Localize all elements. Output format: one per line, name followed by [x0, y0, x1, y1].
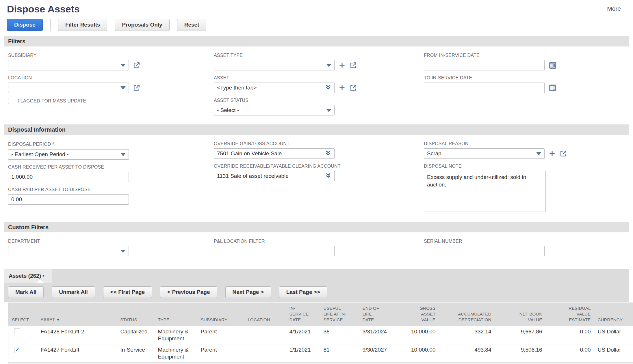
serial-number-input[interactable] [424, 246, 545, 256]
double-chevron-down-icon[interactable] [325, 84, 331, 92]
header-asset[interactable]: ASSET▼ [37, 303, 117, 326]
override-gain-loss-field: OVERRIDE GAIN/LOSS ACCOUNT 7501 Gain on … [214, 141, 424, 159]
cell-gross-asset-value: 10,000.00 [393, 344, 439, 363]
unmark-all-button[interactable]: Unmark All [52, 286, 95, 298]
main-toolbar: Dispose Filter Results Proposals Only Re… [7, 19, 629, 31]
header-net-book-value: NET BOOK VALUE [495, 303, 546, 326]
pl-location-filter-field: P&L LOCATION FILTER [214, 239, 424, 256]
override-clearing-field: OVERRIDE RECEIVABLE/PAYABLE CLEARING ACC… [214, 164, 424, 181]
cell-currency: US Dollar [594, 326, 633, 344]
header-useful-life: USEFUL LIFE AT IN-SERVICE [320, 303, 359, 326]
chevron-down-icon [536, 152, 541, 155]
dispose-button[interactable]: Dispose [7, 19, 43, 31]
double-chevron-down-icon[interactable] [325, 172, 331, 180]
reset-button[interactable]: Reset [177, 19, 207, 31]
cash-received-label: CASH RECEIVED PER ASSET TO DISPOSE [8, 165, 214, 170]
asset-status-select[interactable]: - Select - [214, 105, 335, 115]
active-tab-notch [36, 280, 44, 283]
from-in-service-date-input[interactable] [424, 60, 545, 70]
pl-location-filter-input[interactable] [214, 246, 335, 256]
chevron-down-icon [326, 109, 331, 112]
asset-popout-icon[interactable] [350, 84, 357, 92]
header-select: SELECT [8, 303, 37, 326]
custom-filters-column-3: SERIAL NUMBER [424, 239, 629, 261]
cell-accumulated-depreciation: 493.84 [439, 344, 495, 363]
custom-filters-column-2: P&L LOCATION FILTER [214, 239, 424, 261]
sort-desc-icon: ▼ [57, 317, 60, 323]
more-link[interactable]: More [607, 5, 621, 12]
cash-received-input[interactable] [8, 172, 129, 182]
disposal-note-field: DISPOSAL NOTE Excess supply and under-ut… [424, 164, 629, 213]
mark-all-button[interactable]: Mark All [8, 286, 44, 298]
asset-status-value: - Select - [217, 107, 239, 113]
row-select-checkbox[interactable] [14, 328, 20, 334]
header-residual-value-estimate: RESIDUAL VALUE ESTIMATE [546, 303, 594, 326]
disposal-reason-select[interactable]: Scrap [424, 148, 545, 159]
location-popout-icon[interactable] [133, 84, 140, 92]
department-select[interactable] [8, 246, 129, 256]
filters-section-header: Filters [4, 36, 629, 46]
to-in-service-date-input[interactable] [424, 83, 545, 93]
tab-assets[interactable]: Assets (262) • [4, 269, 52, 283]
from-in-service-date-field: FROM IN-SERVICE DATE [424, 53, 629, 70]
location-select[interactable] [8, 83, 129, 93]
flagged-for-mass-update-checkbox[interactable] [8, 98, 14, 104]
subsidiary-field: SUBSIDIARY [8, 53, 214, 70]
header-gross-asset-value: GROSS ASSET VALUE [393, 303, 439, 326]
asset-link[interactable]: FA1428 ForkLift-2 [41, 328, 84, 335]
subsidiary-popout-icon[interactable] [133, 61, 140, 69]
location-label: LOCATION [8, 75, 214, 81]
table-row: FA1426 2021 Suburban In-Service Vehicles… [8, 363, 633, 364]
asset-lookup-input[interactable]: <Type then tab> [214, 83, 335, 93]
proposals-only-button[interactable]: Proposals Only [115, 19, 169, 31]
disposal-reason-add-icon[interactable] [549, 150, 556, 157]
asset-type-field: ASSET TYPE [214, 53, 424, 70]
subsidiary-select[interactable] [8, 60, 129, 70]
cell-in-service-date: 1/1/2021 [286, 363, 320, 364]
first-page-button[interactable]: << First Page [103, 286, 152, 298]
cell-location [244, 326, 286, 344]
asset-add-icon[interactable] [339, 84, 346, 91]
override-gain-loss-input[interactable]: 7501 Gain on Vehicle Sale [214, 148, 335, 159]
cell-currency: US Dollar [594, 344, 633, 363]
table-header-row: SELECT ASSET▼ STATUS TYPE SUBSIDIARY LOC… [8, 303, 633, 326]
cell-in-service-date: 1/1/2021 [286, 344, 320, 363]
cell-status: In-Service [117, 363, 155, 364]
calendar-icon[interactable] [549, 61, 557, 69]
serial-number-label: SERIAL NUMBER [424, 239, 629, 244]
asset-status-label: ASSET STATUS [214, 98, 424, 103]
last-page-button[interactable]: Last Page >> [279, 286, 327, 298]
asset-status-field: ASSET STATUS - Select - [214, 98, 424, 115]
disposal-reason-popout-icon[interactable] [560, 150, 567, 157]
custom-filters-section-header: Custom Filters [4, 222, 629, 232]
flagged-for-mass-update-label: FLAGGED FOR MASS UPDATE [18, 98, 86, 104]
department-field: DEPARTMENT [8, 239, 214, 256]
chevron-down-icon [120, 250, 126, 253]
cash-received-field: CASH RECEIVED PER ASSET TO DISPOSE [8, 165, 214, 182]
disposal-note-textarea[interactable]: Excess supply and under-utilized; sold i… [424, 171, 546, 212]
row-select-checkbox[interactable] [14, 347, 20, 353]
cell-net-book-value: 40,833.33 [495, 363, 546, 364]
double-chevron-down-icon[interactable] [325, 150, 331, 158]
cell-useful-life: 81 [320, 344, 359, 363]
calendar-icon[interactable] [549, 84, 557, 92]
override-clearing-input[interactable]: 1131 Sale of asset receivable [214, 171, 335, 181]
asset-type-select[interactable] [214, 60, 335, 70]
asset-label: ASSET [214, 75, 424, 81]
filter-results-button[interactable]: Filter Results [58, 19, 107, 31]
chevron-down-icon [120, 64, 126, 67]
chevron-down-icon [120, 86, 126, 89]
filters-column-2: ASSET TYPE ASSET [214, 53, 424, 120]
disposal-reason-field: DISPOSAL REASON Scrap [424, 141, 629, 159]
asset-link[interactable]: FA1427 ForkLift [41, 347, 79, 353]
header-end-of-life: END OF LIFE DATE [359, 303, 393, 326]
next-page-button[interactable]: Next Page > [225, 286, 271, 298]
cash-paid-input[interactable] [8, 194, 129, 205]
previous-page-button[interactable]: < Previous Page [160, 286, 217, 298]
header-in-service-date: IN-SERVICE DATE [286, 303, 320, 326]
asset-type-add-icon[interactable] [339, 62, 346, 69]
table-row: FA1428 ForkLift-2 Capitalized Machinery … [8, 326, 633, 344]
asset-type-popout-icon[interactable] [350, 61, 357, 69]
department-label: DEPARTMENT [8, 239, 214, 244]
disposal-period-select[interactable]: - Earliest Open Period - [8, 149, 129, 160]
